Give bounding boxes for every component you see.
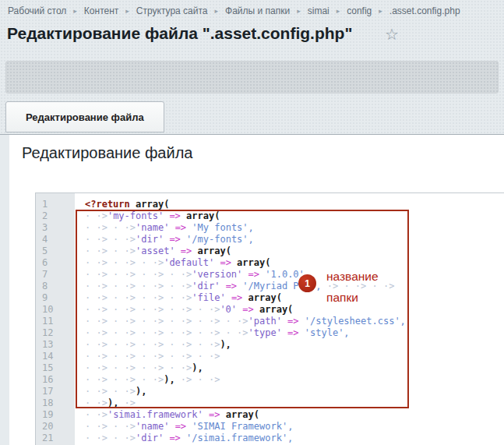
toolbar-placeholder — [5, 61, 499, 94]
line-number: 12 — [36, 327, 75, 339]
code-line: · ·> · ·> · ·> · ·> · ·> — [85, 351, 504, 362]
breadcrumb-item[interactable]: simai — [308, 5, 330, 16]
line-number: 8 — [36, 281, 75, 292]
code-line: · ·> · ·> · ·> · ·> · ·>), — [85, 339, 504, 351]
line-number: 9 — [36, 292, 75, 304]
line-number-gutter: 123456789101112131415161718192021 — [36, 193, 75, 445]
line-number: 10 — [36, 304, 75, 316]
code-line: · ·> · ·> · ·>), ·> · ·> — [85, 374, 504, 386]
line-number: 1 — [36, 199, 75, 210]
line-number: 11 — [36, 316, 75, 327]
code-line: · ·> · ·>'name' => 'My fonts', — [85, 222, 504, 234]
line-number: 5 — [36, 245, 75, 257]
breadcrumb-separator-icon: ▸ — [297, 7, 301, 15]
tab-file-edit[interactable]: Редактирование файла — [5, 101, 164, 132]
code-line: · ·> · ·>'dir' => '/simai.framework', — [85, 433, 504, 444]
line-number: 21 — [36, 433, 75, 444]
breadcrumb-item: .asset.config.php — [389, 5, 460, 16]
code-line: · ·> · ·> · ·> · ·> · ·>'0' => array( — [85, 304, 504, 316]
code-line: · ·> · ·> · ·> · ·>'version' => '1.0.0', — [85, 269, 504, 281]
code-line: · ·> · ·>), — [85, 386, 504, 397]
code-line: · ·>), ·> — [85, 397, 504, 409]
breadcrumb-item[interactable]: Контент — [84, 5, 118, 16]
line-number: 19 — [36, 409, 75, 421]
favorite-star-icon[interactable]: ☆ — [385, 26, 399, 42]
page: Рабочий стол▸Контент▸Структура сайта▸Фай… — [0, 0, 504, 445]
code-line: <?return array( — [85, 199, 504, 210]
line-number: 3 — [36, 222, 75, 234]
annotation-label: название папки — [326, 266, 404, 308]
annotation-badge: 1 — [298, 274, 316, 292]
breadcrumb: Рабочий стол▸Контент▸Структура сайта▸Фай… — [8, 5, 499, 16]
code-line: · ·> · ·> · ·> · ·>), — [85, 362, 504, 374]
line-number: 17 — [36, 386, 75, 397]
tab-label: Редактирование файла — [26, 111, 144, 123]
line-number: 18 — [36, 397, 75, 409]
code-line: · ·> · ·>'asset' => array( — [85, 245, 504, 257]
code-line: · ·> · ·> · ·> · ·>'file' => array( — [85, 292, 504, 304]
code-line: · ·> · ·> · ·> · ·>'dir' => '/Myriad Pro… — [85, 281, 504, 292]
section-heading: Редактирование файла — [22, 144, 192, 162]
line-number: 2 — [36, 210, 75, 222]
breadcrumb-item[interactable]: Файлы и папки — [225, 5, 290, 16]
code-line: · ·> · ·> · ·> · ·> · ·> · ·>'path' => '… — [85, 316, 504, 327]
line-number: 4 — [36, 234, 75, 245]
code-line: · ·> · ·> · ·> · ·> · ·> · ·>'type' => '… — [85, 327, 504, 339]
breadcrumb-separator-icon: ▸ — [337, 7, 340, 15]
breadcrumb-item[interactable]: config — [347, 5, 372, 16]
line-number: 20 — [36, 421, 75, 433]
code-area[interactable]: <?return array(· ·>'my-fonts' => array(·… — [75, 193, 504, 445]
code-line: · ·>'my-fonts' => array( — [85, 210, 504, 222]
line-number: 14 — [36, 351, 75, 362]
code-line: · ·> · ·>'name' => 'SIMAI Framework', — [85, 421, 504, 433]
line-number: 15 — [36, 362, 75, 374]
breadcrumb-separator-icon: ▸ — [379, 7, 382, 15]
content-panel: Редактирование файла 1234567891011121314… — [9, 135, 504, 445]
line-number: 16 — [36, 374, 75, 386]
breadcrumb-separator-icon: ▸ — [125, 7, 129, 15]
line-number: 6 — [36, 257, 75, 269]
code-line: · ·> · ·>'dir' => '/my-fonts', — [85, 234, 504, 245]
code-line: · ·> · ·> · ·>'default' => array( — [85, 257, 504, 269]
breadcrumb-separator-icon: ▸ — [73, 7, 77, 15]
breadcrumb-item[interactable]: Структура сайта — [136, 5, 208, 16]
breadcrumb-item[interactable]: Рабочий стол — [8, 5, 66, 16]
line-number: 13 — [36, 339, 75, 351]
code-editor[interactable]: 123456789101112131415161718192021 <?retu… — [35, 192, 504, 445]
breadcrumb-separator-icon: ▸ — [215, 7, 219, 15]
code-line: · ·>'simai.framework' => array( — [85, 409, 504, 421]
line-number: 7 — [36, 269, 75, 281]
page-title: Редактирование файла ".asset.config.php" — [7, 24, 352, 43]
